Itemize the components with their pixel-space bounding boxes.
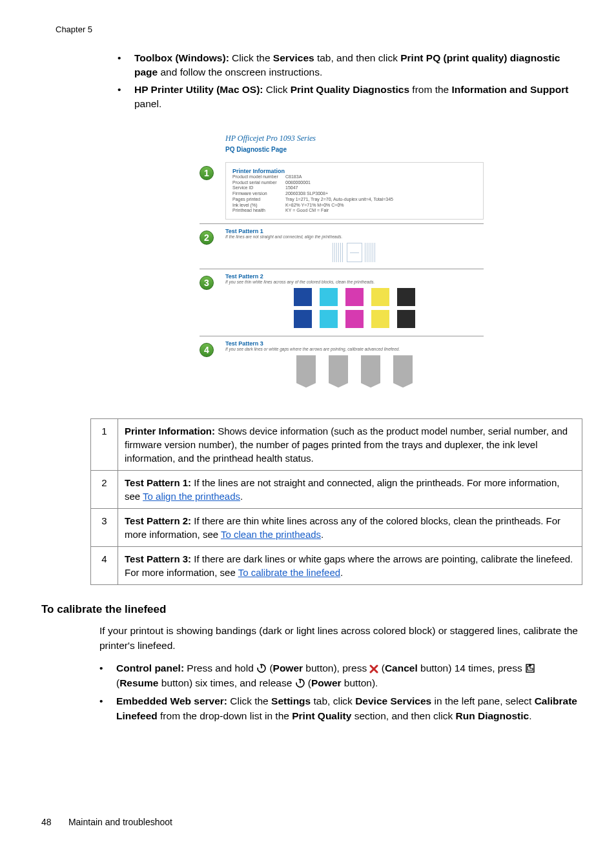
t: Click the xyxy=(229,52,273,63)
footer-section: Maintain and troubleshoot xyxy=(68,817,172,827)
page-number: 48 xyxy=(41,817,66,827)
power-icon xyxy=(295,678,305,688)
legend-desc: Test Pattern 2: If there are thin white … xyxy=(118,509,582,547)
tp1-pattern xyxy=(225,243,484,262)
tp2-row-2 xyxy=(225,310,484,328)
legend-num: 3 xyxy=(91,509,118,547)
link-align-printheads[interactable]: To align the printheads xyxy=(143,491,240,502)
bold-text: Power xyxy=(273,663,303,673)
legend-num: 4 xyxy=(91,547,118,585)
bullet-text: Control panel: Press and hold (Power but… xyxy=(116,661,580,691)
bullet-dot: • xyxy=(118,51,134,80)
bold-text: Print Quality xyxy=(292,710,351,721)
page-footer: 48 Maintain and troubleshoot xyxy=(41,817,172,827)
resume-icon xyxy=(525,663,535,673)
intro-para: If your printout is showing bandings (da… xyxy=(99,624,580,653)
tp2-row-1 xyxy=(225,288,484,306)
cancel-icon xyxy=(369,664,378,673)
table-row: 4 Test Pattern 3: If there are dark line… xyxy=(91,547,582,585)
bold-text: Run Diagnostic xyxy=(456,710,529,721)
label: Toolbox (Windows): xyxy=(134,52,229,63)
diagnostic-page-figure: HP Officejet Pro 1093 Series PQ Diagnost… xyxy=(101,134,582,396)
main-content: • Toolbox (Windows): Click the Services … xyxy=(118,51,582,723)
bullet-dot: • xyxy=(99,694,116,724)
diagram-header: HP Officejet Pro 1093 Series xyxy=(225,134,484,143)
t: panel. xyxy=(134,98,161,109)
printer-info-title: Printer Information xyxy=(232,168,477,174)
printer-info-values: C8183A 0080000001 15047 20060308 SLP3008… xyxy=(285,174,477,214)
bold-text: Resume xyxy=(119,677,158,688)
link-calibrate-linefeed[interactable]: To calibrate the linefeed xyxy=(238,567,340,578)
tp1-title: Test Pattern 1 xyxy=(225,228,484,234)
b: HP Printer Utility (Mac OS): xyxy=(134,84,263,95)
t: tab, and then click xyxy=(314,52,401,63)
callout-1: 1 xyxy=(200,166,214,180)
tp3-pattern xyxy=(225,355,484,387)
printer-info-labels: Product model number Product serial numb… xyxy=(232,174,285,214)
bold-text: Settings xyxy=(271,695,311,706)
t: and follow the onscreen instructions. xyxy=(158,67,322,77)
legend-desc: Test Pattern 3: If there are dark lines … xyxy=(118,547,582,585)
bullet-dot: • xyxy=(99,661,116,691)
bold-text: Cancel xyxy=(385,663,418,673)
tp2-sub: If you see thin white lines across any o… xyxy=(225,280,484,284)
legend-desc: Test Pattern 1: If the lines are not str… xyxy=(118,471,582,509)
table-row: 2 Test Pattern 1: If the lines are not s… xyxy=(91,471,582,509)
callout-2: 2 xyxy=(200,231,214,245)
legend-num: 2 xyxy=(91,471,118,509)
link-clean-printheads[interactable]: To clean the printheads xyxy=(221,529,321,540)
bullet-text: Embedded Web server: Click the Settings … xyxy=(116,694,580,724)
tp3-sub: If you see dark lines or white gaps wher… xyxy=(225,347,484,351)
legend-table: 1 Printer Information: Shows device info… xyxy=(90,418,582,585)
bold-text: Power xyxy=(311,677,342,688)
t: from the xyxy=(409,84,451,95)
table-row: 3 Test Pattern 2: If there are thin whit… xyxy=(91,509,582,547)
callout-4: 4 xyxy=(200,343,214,357)
legend-num: 1 xyxy=(91,419,118,471)
tp3-title: Test Pattern 3 xyxy=(225,340,484,347)
bold-text: Device Services xyxy=(355,695,431,706)
power-icon xyxy=(256,663,267,673)
top-bullet-list: • Toolbox (Windows): Click the Services … xyxy=(118,51,582,112)
b: Services xyxy=(273,52,314,63)
t: Click xyxy=(263,84,291,95)
legend-desc: Printer Information: Shows device inform… xyxy=(118,419,582,471)
tp2-title: Test Pattern 2 xyxy=(225,273,484,280)
callout-3: 3 xyxy=(200,276,214,290)
bullet-text: HP Printer Utility (Mac OS): Click Print… xyxy=(134,83,582,112)
chapter-label: Chapter 5 xyxy=(56,25,575,34)
bullet-text: Toolbox (Windows): Click the Services ta… xyxy=(134,51,582,80)
bottom-bullet-list: • Control panel: Press and hold (Power b… xyxy=(99,661,580,723)
tp1-sub: If the lines are not straight and connec… xyxy=(225,234,484,239)
table-row: 1 Printer Information: Shows device info… xyxy=(91,419,582,471)
b: Information and Support xyxy=(452,84,569,95)
b: Print Quality Diagnostics xyxy=(291,84,409,95)
bullet-dot: • xyxy=(118,83,134,112)
diagram-subheader: PQ Diagnostic Page xyxy=(225,146,484,153)
heading-calibrate-linefeed: To calibrate the linefeed xyxy=(41,603,582,616)
